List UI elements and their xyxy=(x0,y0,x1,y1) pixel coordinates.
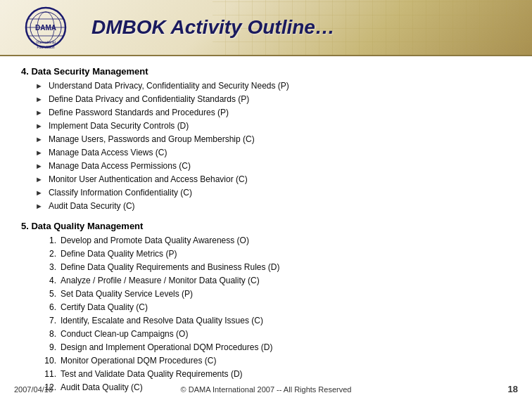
list-item: 8.Conduct Clean-up Campaigns (O) xyxy=(21,328,511,340)
list-item: 7.Identify, Escalate and Resolve Data Qu… xyxy=(21,314,511,327)
list-item: ►Manage Data Access Views (C) xyxy=(21,146,511,159)
bullet-icon: ► xyxy=(35,200,43,212)
svg-text:International: International xyxy=(36,40,56,44)
list-item: 6.Certify Data Quality (C) xyxy=(21,301,511,314)
list-item: ►Implement Data Security Controls (D) xyxy=(21,120,511,132)
list-item: ►Classify Information Confidentiality (C… xyxy=(21,186,511,199)
section5-title: 5. Data Quality Management xyxy=(21,221,511,231)
list-item: 9.Design and Implement Operational DQM P… xyxy=(21,341,511,354)
bullet-icon: ► xyxy=(35,147,43,159)
bullet-icon: ► xyxy=(35,120,43,132)
bullet-icon: ► xyxy=(35,107,43,119)
page-title: DMBOK Activity Outline… xyxy=(91,16,335,39)
footer: 2007/04/10 © DAMA International 2007 -- … xyxy=(0,384,532,394)
list-item: 1.Develop and Promote Data Quality Aware… xyxy=(21,234,511,247)
bullet-icon: ► xyxy=(35,93,43,105)
bullet-icon: ► xyxy=(35,187,43,199)
list-item: ►Define Password Standards and Procedure… xyxy=(21,106,511,119)
main-content: 4. Data Security Management ►Understand … xyxy=(0,56,532,400)
list-item: 10.Monitor Operational DQM Procedures (C… xyxy=(21,354,511,367)
header: DAMA International Foundation DMBOK Acti… xyxy=(0,0,532,56)
list-item: 4.Analyze / Profile / Measure / Monitor … xyxy=(21,274,511,287)
svg-text:Foundation: Foundation xyxy=(37,45,54,49)
logo: DAMA International Foundation xyxy=(14,5,77,51)
list-item: ►Audit Data Security (C) xyxy=(21,200,511,212)
footer-date: 2007/04/10 xyxy=(14,385,53,394)
list-item: 2.Define Data Quality Metrics (P) xyxy=(21,247,511,260)
section5-list: 1.Develop and Promote Data Quality Aware… xyxy=(21,234,511,394)
page-number: 18 xyxy=(508,384,518,394)
footer-copyright: © DAMA International 2007 -- All Rights … xyxy=(181,385,352,394)
svg-text:DAMA: DAMA xyxy=(35,24,56,32)
list-item: ►Understand Data Privacy, Confidentialit… xyxy=(21,79,511,92)
bullet-icon: ► xyxy=(35,80,43,92)
section4-title: 4. Data Security Management xyxy=(21,66,511,77)
list-item: 3.Define Data Quality Requirements and B… xyxy=(21,261,511,273)
list-item: ►Define Data Privacy and Confidentiality… xyxy=(21,93,511,105)
list-item: 11.Test and Validate Data Quality Requir… xyxy=(21,368,511,380)
list-item: ►Manage Data Access Permissions (C) xyxy=(21,160,511,172)
bullet-icon: ► xyxy=(35,160,43,172)
bullet-icon: ► xyxy=(35,174,43,186)
list-item: 5.Set Data Quality Service Levels (P) xyxy=(21,288,511,300)
section4-list: ►Understand Data Privacy, Confidentialit… xyxy=(21,79,511,212)
list-item: ►Monitor User Authentication and Access … xyxy=(21,173,511,186)
bullet-icon: ► xyxy=(35,134,43,146)
list-item: ►Manage Users, Passwords and Group Membe… xyxy=(21,133,511,146)
